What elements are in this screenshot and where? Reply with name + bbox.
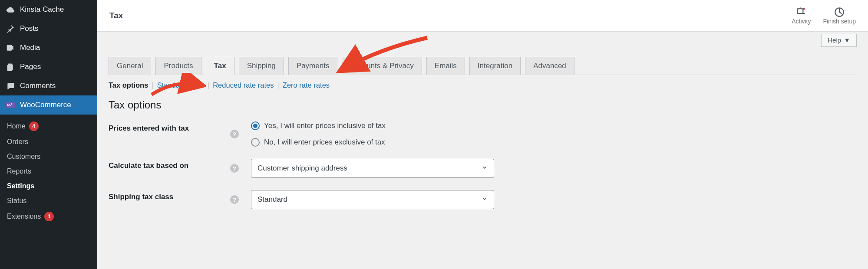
subsub-nav: Tax options | Standard rates | Reduced r…: [97, 75, 868, 89]
select-value: Customer shipping address: [257, 164, 347, 173]
settings-tabs: General Products Tax Shipping Payments A…: [97, 57, 868, 75]
tab-emails[interactable]: Emails: [426, 57, 465, 75]
tab-general[interactable]: General: [109, 57, 151, 75]
submenu-label: Extensions: [7, 213, 41, 220]
activity-label: Activity: [792, 18, 811, 25]
subsub-link-standard-rates[interactable]: Standard rates: [157, 81, 204, 89]
tab-integration[interactable]: Integration: [469, 57, 521, 75]
submenu-item-reports[interactable]: Reports: [0, 164, 97, 179]
tab-label: Emails: [435, 62, 457, 70]
tab-label: Payments: [297, 62, 330, 70]
comment-icon: [5, 81, 16, 91]
tab-label: General: [117, 62, 143, 70]
field-label: Shipping tax class: [109, 190, 230, 201]
submenu-label: Orders: [7, 138, 28, 146]
tab-products[interactable]: Products: [155, 57, 201, 75]
tab-label: Integration: [478, 62, 512, 70]
subsub-link-zero-rates[interactable]: Zero rate rates: [283, 81, 330, 89]
page-title: Tax: [109, 11, 792, 20]
submenu-item-customers[interactable]: Customers: [0, 149, 97, 164]
submenu-label: Reports: [7, 167, 31, 175]
submenu-item-home[interactable]: Home 4: [0, 118, 97, 134]
pages-icon: [5, 62, 16, 72]
submenu-label: Status: [7, 197, 26, 205]
radio-option-inclusive[interactable]: Yes, I will enter prices inclusive of ta…: [251, 121, 386, 130]
tab-label: Accounts & Privacy: [350, 62, 413, 70]
woo-icon: [5, 100, 16, 110]
chevron-down-icon: ▼: [844, 36, 850, 44]
finish-setup-button[interactable]: Finish setup: [823, 7, 856, 25]
activity-button[interactable]: Activity: [792, 7, 811, 25]
radio-input[interactable]: [251, 138, 260, 147]
row-calculate-tax-based-on: Calculate tax based on ? Customer shippi…: [109, 153, 857, 184]
tab-payments[interactable]: Payments: [288, 57, 338, 75]
select-shipping-tax-class[interactable]: Standard: [251, 190, 494, 209]
sidebar-item-pages[interactable]: Pages: [0, 57, 97, 76]
main-content: Tax Activity Finish setup Help ▼ General…: [97, 0, 868, 269]
sidebar-item-woocommerce[interactable]: WooCommerce: [0, 95, 97, 115]
tab-label: Products: [164, 62, 193, 70]
help-icon[interactable]: ?: [230, 195, 239, 204]
row-prices-entered-with-tax: Prices entered with tax ? Yes, I will en…: [109, 115, 857, 153]
pin-icon: [5, 23, 16, 34]
sidebar-item-posts[interactable]: Posts: [0, 19, 97, 38]
field-label: Prices entered with tax: [109, 121, 230, 133]
chevron-down-icon: [482, 195, 488, 204]
radio-option-exclusive[interactable]: No, I will enter prices exclusive of tax: [251, 138, 386, 147]
media-icon: [5, 43, 16, 53]
badge: 1: [44, 212, 54, 221]
help-icon[interactable]: ?: [230, 130, 239, 138]
help-label: Help: [828, 36, 841, 44]
tab-label: Advanced: [533, 62, 566, 70]
help-tab[interactable]: Help ▼: [821, 34, 857, 47]
tab-shipping[interactable]: Shipping: [239, 57, 284, 75]
sidebar-item-label: Comments: [20, 82, 56, 90]
tab-tax[interactable]: Tax: [206, 57, 234, 75]
submenu-label: Settings: [7, 182, 34, 190]
tab-advanced[interactable]: Advanced: [525, 57, 574, 75]
help-icon[interactable]: ?: [230, 164, 239, 173]
tab-label: Shipping: [247, 62, 276, 70]
field-label: Calculate tax based on: [109, 159, 230, 170]
radio-label: No, I will enter prices exclusive of tax: [264, 138, 385, 147]
cloud-icon: [5, 4, 16, 15]
sidebar-item-label: Pages: [20, 62, 41, 71]
sidebar-item-label: Kinsta Cache: [20, 5, 64, 14]
tab-label: Tax: [214, 62, 226, 70]
form-table: Prices entered with tax ? Yes, I will en…: [97, 115, 868, 215]
radio-input[interactable]: [251, 121, 260, 130]
svg-point-1: [803, 8, 805, 10]
submenu-item-extensions[interactable]: Extensions 1: [0, 208, 97, 225]
sidebar-item-label: WooCommerce: [20, 101, 71, 109]
topbar: Tax Activity Finish setup: [97, 0, 868, 32]
sidebar-item-comments[interactable]: Comments: [0, 76, 97, 95]
submenu-label: Home: [7, 122, 26, 130]
row-shipping-tax-class: Shipping tax class ? Standard: [109, 184, 857, 215]
sidebar-item-label: Media: [20, 43, 40, 52]
submenu-label: Customers: [7, 153, 40, 161]
radio-label: Yes, I will enter prices inclusive of ta…: [264, 121, 386, 130]
subsub-link-reduced-rates[interactable]: Reduced rate rates: [213, 81, 274, 89]
topbar-actions: Activity Finish setup: [792, 7, 856, 25]
separator: |: [208, 81, 209, 89]
subsub-current: Tax options: [109, 81, 148, 89]
separator: |: [277, 81, 279, 89]
select-value: Standard: [257, 195, 287, 204]
chevron-down-icon: [482, 164, 488, 173]
submenu-item-status[interactable]: Status: [0, 194, 97, 208]
separator: |: [152, 81, 153, 89]
submenu-item-settings[interactable]: Settings: [0, 179, 97, 194]
sidebar-item-label: Posts: [20, 24, 39, 33]
sidebar-item-kinsta-cache[interactable]: Kinsta Cache: [0, 0, 97, 19]
admin-sidebar: Kinsta Cache Posts Media Pages Comments …: [0, 0, 97, 269]
badge: 4: [29, 121, 39, 131]
sidebar-submenu: Home 4 Orders Customers Reports Settings…: [0, 115, 97, 229]
sidebar-item-media[interactable]: Media: [0, 38, 97, 57]
finish-setup-label: Finish setup: [823, 18, 856, 25]
submenu-item-orders[interactable]: Orders: [0, 134, 97, 149]
select-calculate-tax[interactable]: Customer shipping address: [251, 159, 494, 178]
tab-accounts-privacy[interactable]: Accounts & Privacy: [342, 57, 422, 75]
radio-group-prices: Yes, I will enter prices inclusive of ta…: [251, 121, 386, 147]
section-title: Tax options: [97, 89, 868, 115]
